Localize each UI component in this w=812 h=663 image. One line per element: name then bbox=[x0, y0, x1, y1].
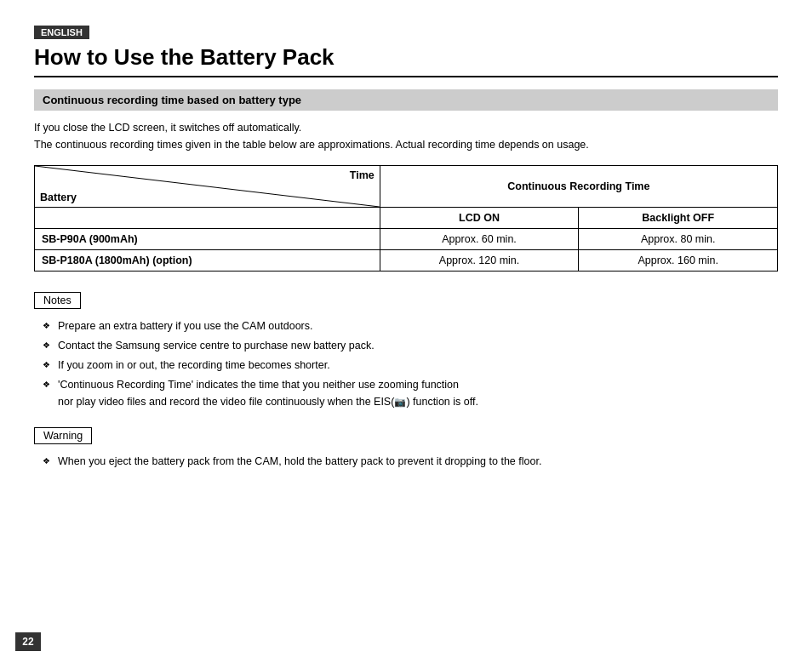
warning-label: Warning bbox=[34, 427, 92, 444]
eis-icon: 📷 bbox=[394, 395, 406, 410]
svg-line-0 bbox=[35, 166, 380, 207]
page-number: 22 bbox=[15, 632, 41, 651]
intro-text: If you close the LCD screen, it switches… bbox=[34, 119, 778, 153]
list-item: Contact the Samsung service centre to pu… bbox=[43, 337, 778, 354]
battery-table: Time Battery Continuous Recording Time L… bbox=[34, 165, 778, 271]
notes-label: Notes bbox=[34, 292, 81, 309]
notes-list: Prepare an extra battery if you use the … bbox=[34, 317, 778, 410]
warning-list: When you eject the battery pack from the… bbox=[34, 453, 778, 470]
table-corner-cell: Time Battery bbox=[35, 166, 380, 208]
continuous-recording-header: Continuous Recording Time bbox=[380, 166, 777, 208]
lcd-on-header: LCD ON bbox=[380, 208, 579, 229]
warning-section: Warning When you eject the battery pack … bbox=[34, 427, 778, 470]
list-item: Prepare an extra battery if you use the … bbox=[43, 317, 778, 334]
page-title: How to Use the Battery Pack bbox=[34, 44, 778, 77]
list-item: When you eject the battery pack from the… bbox=[43, 453, 778, 470]
section-header: Continuous recording time based on batte… bbox=[34, 89, 778, 111]
list-item: If you zoom in or out, the recording tim… bbox=[43, 357, 778, 374]
list-item: 'Continuous Recording Time' indicates th… bbox=[43, 376, 778, 410]
backlight-off-header: Backlight OFF bbox=[579, 208, 778, 229]
language-badge: ENGLISH bbox=[34, 26, 778, 44]
notes-section: Notes Prepare an extra battery if you us… bbox=[34, 292, 778, 410]
table-row: SB-P180A (1800mAh) (option) Approx. 120 … bbox=[35, 250, 778, 271]
diagonal-line-icon bbox=[35, 166, 380, 207]
table-row: SB-P90A (900mAh) Approx. 60 min. Approx.… bbox=[35, 229, 778, 250]
